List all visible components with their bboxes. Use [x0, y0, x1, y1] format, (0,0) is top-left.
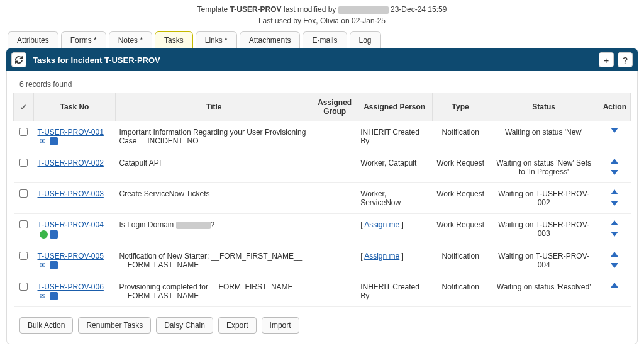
redacted-text: XX — [176, 222, 211, 229]
col-type[interactable]: Type — [432, 93, 489, 121]
template-meta: Template T-USER-PROV last modified by XX… — [0, 0, 644, 31]
form-icon — [50, 137, 58, 145]
assigned-group — [313, 276, 357, 306]
assigned-person: INHERIT Created By — [357, 121, 432, 152]
task-title: Catapult API — [116, 152, 313, 183]
move-up-icon[interactable] — [611, 159, 618, 164]
row-actions — [599, 245, 630, 276]
assigned-person: [ Assign me ] — [357, 214, 432, 245]
col-status[interactable]: Status — [489, 93, 599, 121]
row-checkbox[interactable] — [19, 283, 28, 291]
row-checkbox[interactable] — [19, 220, 28, 228]
col-action[interactable]: Action — [599, 93, 630, 121]
tab-attributes[interactable]: Attributes — [8, 31, 58, 48]
row-actions — [599, 121, 630, 152]
mail-icon: ✉ — [40, 292, 48, 300]
question-icon: ? — [623, 55, 628, 65]
task-status: Waiting on status 'New' Sets to 'In Prog… — [489, 152, 599, 183]
assigned-group — [313, 245, 357, 276]
tab-log[interactable]: Log — [350, 31, 381, 48]
meta-text: 23-Dec-24 15:59 — [389, 5, 447, 14]
table-row: T-USER-PROV-006✉Provisioning completed f… — [14, 276, 631, 306]
renumber-tasks-button[interactable]: Renumber Tasks — [78, 317, 151, 334]
task-title: Create ServiceNow Tickets — [116, 183, 313, 214]
assigned-group — [313, 152, 357, 183]
move-down-icon[interactable] — [611, 201, 618, 206]
form-icon — [50, 292, 58, 300]
table-header-row: ✓ Task No Title Assigned Group Assigned … — [14, 93, 631, 121]
move-down-icon[interactable] — [611, 128, 618, 133]
tab-emails[interactable]: E-mails — [303, 31, 347, 48]
task-type: Work Request — [432, 214, 489, 245]
records-found: 6 records found — [7, 71, 637, 93]
task-status: Waiting on T-USER-PROV-003 — [489, 214, 599, 245]
move-up-icon[interactable] — [611, 189, 618, 194]
tab-forms[interactable]: Forms * — [61, 31, 106, 48]
tab-links[interactable]: Links * — [196, 31, 237, 48]
row-checkbox[interactable] — [19, 252, 28, 260]
assigned-group — [313, 214, 357, 245]
assign-me-link[interactable]: Assign me — [364, 252, 399, 261]
tab-tasks[interactable]: Tasks — [155, 31, 193, 48]
tabs-bar: AttributesForms *Notes *TasksLinks *Atta… — [0, 31, 644, 48]
task-link[interactable]: T-USER-PROV-005 — [38, 252, 104, 261]
bottom-actions: Bulk Action Renumber Tasks Daisy Chain E… — [7, 307, 637, 339]
form-icon — [50, 230, 58, 239]
col-assigned-person[interactable]: Assigned Person — [357, 93, 432, 121]
move-down-icon[interactable] — [611, 263, 618, 268]
meta-text: last modified by — [282, 5, 338, 14]
daisy-chain-button[interactable]: Daisy Chain — [156, 317, 213, 334]
task-link[interactable]: T-USER-PROV-003 — [38, 189, 104, 198]
col-task-no[interactable]: Task No — [34, 93, 116, 121]
task-type: Notification — [432, 121, 489, 152]
task-type: Work Request — [432, 183, 489, 214]
bulk-action-button[interactable]: Bulk Action — [19, 317, 73, 334]
table-row: T-USER-PROV-002Catapult APIWorker, Catap… — [14, 152, 631, 183]
task-status: Waiting on status 'Resolved' — [489, 276, 599, 306]
row-checkbox[interactable] — [19, 189, 28, 198]
assigned-person: INHERIT Created By — [357, 276, 432, 306]
move-up-icon[interactable] — [611, 220, 618, 225]
col-assigned-group[interactable]: Assigned Group — [313, 93, 357, 121]
move-down-icon[interactable] — [611, 170, 618, 175]
meta-text: Template — [197, 5, 230, 14]
last-used-text: Last used by Fox, Olivia on 02-Jan-25 — [0, 15, 644, 26]
export-button[interactable]: Export — [218, 317, 257, 334]
task-link[interactable]: T-USER-PROV-001 — [38, 128, 104, 137]
tab-notes[interactable]: Notes * — [109, 31, 152, 48]
row-actions — [599, 276, 630, 306]
task-link[interactable]: T-USER-PROV-002 — [38, 159, 104, 167]
table-row: T-USER-PROV-004Is Login Domain XX?[ Assi… — [14, 214, 631, 245]
tab-attachments[interactable]: Attachments — [240, 31, 301, 48]
plus-icon: + — [604, 55, 609, 65]
move-down-icon[interactable] — [611, 232, 618, 237]
assigned-person: [ Assign me ] — [357, 245, 432, 276]
redacted-name: XXXX — [338, 6, 389, 14]
col-title[interactable]: Title — [116, 93, 313, 121]
row-checkbox[interactable] — [19, 159, 28, 167]
import-button[interactable]: Import — [262, 317, 299, 334]
move-up-icon[interactable] — [611, 283, 618, 288]
add-button[interactable]: + — [599, 52, 614, 67]
table-row: T-USER-PROV-001✉Important Information Re… — [14, 121, 631, 152]
task-link[interactable]: T-USER-PROV-004 — [38, 220, 104, 229]
panel-title: Tasks for Incident T-USER-PROV — [33, 55, 599, 65]
col-select-all[interactable]: ✓ — [14, 93, 34, 121]
row-checkbox[interactable] — [19, 128, 28, 136]
form-icon — [50, 261, 58, 269]
move-up-icon[interactable] — [611, 252, 618, 257]
assign-me-link[interactable]: Assign me — [364, 220, 399, 229]
table-row: T-USER-PROV-005✉Notification of New Star… — [14, 245, 631, 276]
assigned-group — [313, 183, 357, 214]
refresh-button[interactable] — [11, 52, 26, 67]
task-link[interactable]: T-USER-PROV-006 — [38, 283, 104, 291]
task-title: Provisioning completed for __FORM_FIRST_… — [116, 276, 313, 306]
template-id: T-USER-PROV — [230, 5, 282, 14]
assigned-person: Worker, Catapult — [357, 152, 432, 183]
task-title: Important Information Regarding your Use… — [116, 121, 313, 152]
help-button[interactable]: ? — [618, 52, 633, 67]
refresh-icon — [14, 55, 23, 64]
task-type: Notification — [432, 245, 489, 276]
mail-icon: ✉ — [40, 261, 48, 269]
task-status: Waiting on T-USER-PROV-004 — [489, 245, 599, 276]
